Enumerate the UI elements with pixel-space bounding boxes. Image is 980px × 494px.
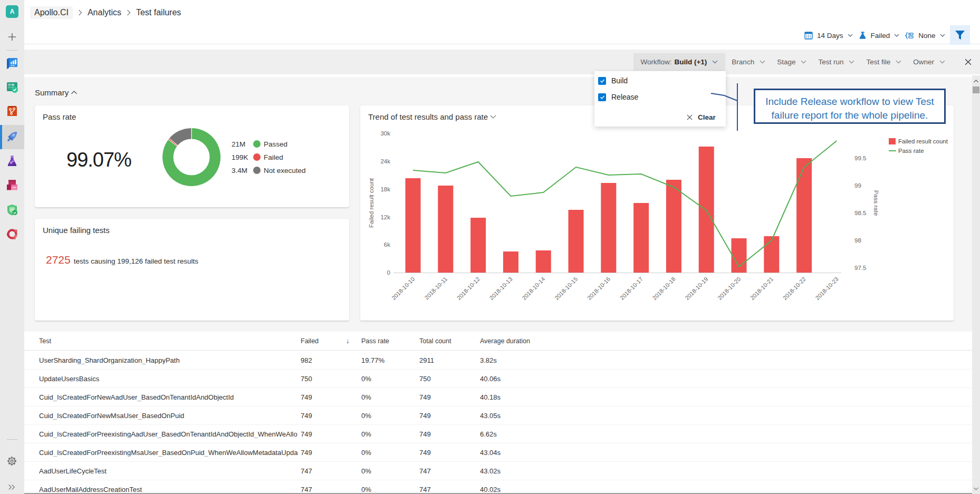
- svg-text:2018-10-11: 2018-10-11: [424, 276, 449, 301]
- svg-text:Failed result count: Failed result count: [898, 138, 948, 144]
- svg-text:2018-10-22: 2018-10-22: [782, 276, 807, 301]
- svg-text:18k: 18k: [380, 186, 390, 192]
- svg-text:Not executed: Not executed: [264, 167, 306, 175]
- svg-text:Passed: Passed: [264, 140, 287, 148]
- svg-text:2018-10-19: 2018-10-19: [684, 276, 709, 301]
- svg-text:99.5: 99.5: [854, 155, 866, 161]
- svg-text:98: 98: [854, 237, 861, 244]
- svg-text:2018-10-16: 2018-10-16: [586, 276, 611, 301]
- svg-text:97.5: 97.5: [854, 265, 866, 271]
- svg-text:199K: 199K: [232, 153, 248, 161]
- svg-text:2018-10-15: 2018-10-15: [553, 276, 579, 301]
- svg-text:Failed result count: Failed result count: [368, 178, 374, 228]
- svg-text:3.4M: 3.4M: [232, 167, 247, 175]
- svg-text:98.5: 98.5: [854, 210, 866, 216]
- svg-text:24k: 24k: [380, 158, 390, 164]
- svg-text:12k: 12k: [380, 214, 390, 220]
- svg-text:2018-10-17: 2018-10-17: [619, 276, 644, 301]
- svg-text:Failed: Failed: [264, 153, 283, 161]
- svg-text:6k: 6k: [384, 241, 390, 248]
- svg-text:Pass rate: Pass rate: [873, 190, 879, 216]
- svg-text:21M: 21M: [232, 140, 245, 148]
- svg-text:2018-10-21: 2018-10-21: [749, 276, 774, 301]
- svg-text:2018-10-18: 2018-10-18: [651, 276, 677, 301]
- svg-text:Pass rate: Pass rate: [898, 148, 924, 154]
- svg-text:2018-10-14: 2018-10-14: [521, 276, 546, 301]
- svg-text:2018-10-10: 2018-10-10: [390, 276, 416, 301]
- svg-text:30k: 30k: [380, 130, 390, 137]
- svg-text:2018-10-23: 2018-10-23: [814, 276, 840, 301]
- svg-text:0: 0: [387, 269, 390, 276]
- svg-text:2018-10-12: 2018-10-12: [456, 276, 481, 301]
- svg-text:2018-10-13: 2018-10-13: [488, 276, 514, 301]
- svg-text:99: 99: [854, 182, 861, 189]
- svg-text:2018-10-20: 2018-10-20: [716, 276, 742, 301]
